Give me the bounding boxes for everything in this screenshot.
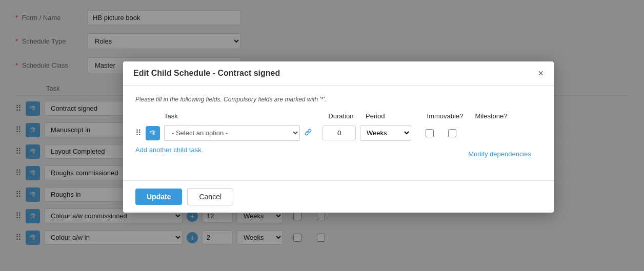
page-wrapper: * Form / Name * Schedule Type Roles * Sc… bbox=[0, 0, 644, 271]
col-duration-label: Duration bbox=[320, 112, 361, 120]
add-child-area: Add another child task. Modify dependenc… bbox=[135, 146, 541, 162]
modify-dependencies-link[interactable]: Modify dependencies bbox=[468, 150, 531, 158]
modal-drag-handle-icon[interactable]: ⠿ bbox=[135, 128, 142, 138]
modal-task-row: ⠿ - Select an option - Weeks Days Months bbox=[135, 125, 541, 141]
cancel-button[interactable]: Cancel bbox=[187, 188, 233, 205]
modal-footer: Update Cancel bbox=[123, 180, 554, 213]
modal-columns-header: Task Duration Period Immovable? Mileston… bbox=[135, 112, 541, 120]
col-immovable-label: Immovable? bbox=[422, 112, 468, 120]
modal-delete-button[interactable] bbox=[146, 126, 160, 140]
col-period-label: Period bbox=[366, 112, 422, 120]
modal-instruction: Please fill in the following fields. Com… bbox=[135, 96, 541, 103]
modal-title: Edit Child Schedule - Contract signed bbox=[133, 69, 280, 78]
add-child-task-link[interactable]: Add another child task. bbox=[135, 146, 203, 154]
modal-milestone-checkbox[interactable] bbox=[448, 129, 456, 137]
col-milestone-label: Milestone? bbox=[468, 112, 514, 120]
edit-child-schedule-modal: Edit Child Schedule - Contract signed × … bbox=[123, 61, 554, 213]
col-task-label: Task bbox=[164, 112, 320, 120]
modal-task-select[interactable]: - Select an option - bbox=[164, 125, 300, 141]
modal-period-select[interactable]: Weeks Days Months bbox=[360, 125, 411, 141]
modal-header: Edit Child Schedule - Contract signed × bbox=[123, 61, 554, 86]
modal-close-button[interactable]: × bbox=[538, 69, 544, 78]
update-button[interactable]: Update bbox=[135, 189, 182, 205]
modal-body: Please fill in the following fields. Com… bbox=[123, 86, 554, 180]
modal-link-button[interactable] bbox=[304, 128, 312, 138]
modal-duration-input[interactable] bbox=[323, 126, 356, 140]
modal-immovable-checkbox[interactable] bbox=[426, 129, 434, 137]
